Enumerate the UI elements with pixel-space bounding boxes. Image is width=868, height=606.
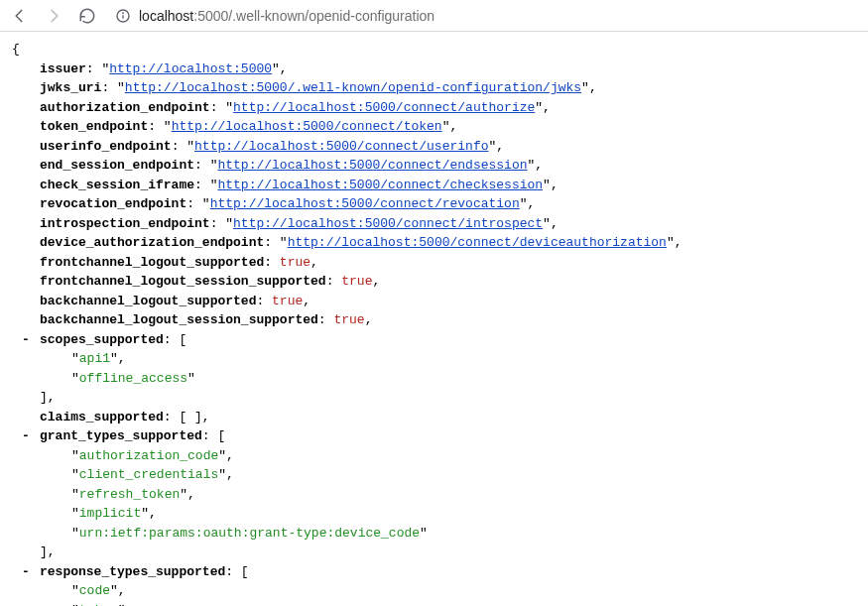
back-button[interactable] xyxy=(6,2,34,30)
forward-button[interactable] xyxy=(40,2,67,30)
fold-toggle[interactable]: - xyxy=(22,330,30,350)
json-link[interactable]: http://localhost:5000/connect/deviceauth… xyxy=(288,235,667,250)
json-key: device_authorization_endpoint xyxy=(40,235,264,250)
json-key: revocation_endpoint xyxy=(40,196,186,211)
json-bool: true xyxy=(272,294,303,308)
json-string: offline_access xyxy=(79,371,187,386)
json-string: api1 xyxy=(79,351,110,366)
url-host: localhost xyxy=(139,8,193,24)
json-row-jwks-uri: jwks_uri: "http://localhost:5000/.well-k… xyxy=(8,78,860,98)
json-string: code xyxy=(79,583,110,598)
json-link[interactable]: http://localhost:5000/connect/introspect xyxy=(233,216,543,231)
json-key: backchannel_logout_supported xyxy=(40,294,256,308)
json-string: refresh_token xyxy=(79,487,180,502)
json-array-item: "urn:ietf:params:oauth:grant-type:device… xyxy=(8,524,860,544)
json-array-close: ], xyxy=(8,543,860,562)
reload-button[interactable] xyxy=(73,2,101,30)
json-array-item: "implicit", xyxy=(8,504,860,524)
json-row-introspection-endpoint: introspection_endpoint: "http://localhos… xyxy=(8,214,860,234)
json-array-item: "token", xyxy=(8,601,860,607)
json-key: response_types_supported xyxy=(40,564,225,579)
browser-toolbar: localhost:5000/.well-known/openid-config… xyxy=(0,0,868,32)
json-string: token xyxy=(79,603,118,607)
json-link[interactable]: http://localhost:5000/connect/authorize xyxy=(233,100,535,115)
json-key: token_endpoint xyxy=(40,119,148,134)
json-link[interactable]: http://localhost:5000/connect/endsession xyxy=(217,158,527,173)
open-brace: { xyxy=(8,40,860,60)
url-path: /.well-known/openid-configuration xyxy=(228,8,434,24)
url-text: localhost:5000/.well-known/openid-config… xyxy=(139,8,434,24)
json-key: end_session_endpoint xyxy=(40,158,194,173)
json-string: authorization_code xyxy=(79,448,218,463)
json-row-issuer: issuer: "http://localhost:5000", xyxy=(8,60,860,79)
json-array-item: "refresh_token", xyxy=(8,485,860,505)
json-row-grant-types-supported: -grant_types_supported: [ xyxy=(8,426,860,446)
json-key: check_session_iframe xyxy=(40,178,194,192)
arrow-right-icon xyxy=(45,7,62,25)
json-array-close: ], xyxy=(8,388,860,408)
json-link[interactable]: http://localhost:5000/connect/revocation xyxy=(210,196,520,211)
json-string: client_credentials xyxy=(79,467,218,482)
json-link[interactable]: http://localhost:5000/connect/checksessi… xyxy=(217,178,543,192)
json-array-item: "client_credentials", xyxy=(8,465,860,485)
json-link[interactable]: http://localhost:5000/.well-known/openid… xyxy=(125,80,581,95)
json-bool: true xyxy=(280,255,310,270)
url-port: :5000 xyxy=(193,8,228,24)
json-array-item: "offline_access" xyxy=(8,369,860,389)
fold-toggle[interactable]: - xyxy=(22,562,30,582)
reload-icon xyxy=(78,7,96,25)
json-string: implicit xyxy=(79,506,141,521)
json-row-check-session-iframe: check_session_iframe: "http://localhost:… xyxy=(8,176,860,195)
fold-toggle[interactable]: - xyxy=(22,426,30,446)
json-key: issuer xyxy=(40,61,86,76)
json-link[interactable]: http://localhost:5000 xyxy=(109,61,272,76)
json-row-backchannel-logout-supported: backchannel_logout_supported: true, xyxy=(8,292,860,311)
json-row-device-authorization-endpoint: device_authorization_endpoint: "http://l… xyxy=(8,233,860,253)
json-key: jwks_uri xyxy=(40,80,101,95)
info-icon xyxy=(115,8,131,24)
json-row-scopes-supported: -scopes_supported: [ xyxy=(8,330,860,350)
json-key: claims_supported xyxy=(40,410,164,424)
json-row-frontchannel-logout-session-supported: frontchannel_logout_session_supported: t… xyxy=(8,272,860,292)
json-array-item: "authorization_code", xyxy=(8,446,860,466)
arrow-left-icon xyxy=(11,7,29,25)
json-key: introspection_endpoint xyxy=(40,216,210,231)
json-row-response-types-supported: -response_types_supported: [ xyxy=(8,562,860,582)
json-row-userinfo-endpoint: userinfo_endpoint: "http://localhost:500… xyxy=(8,137,860,157)
json-key: grant_types_supported xyxy=(40,428,202,443)
json-key: frontchannel_logout_session_supported xyxy=(40,274,326,289)
json-row-end-session-endpoint: end_session_endpoint: "http://localhost:… xyxy=(8,156,860,176)
json-array-item: "code", xyxy=(8,581,860,601)
json-row-revocation-endpoint: revocation_endpoint: "http://localhost:5… xyxy=(8,194,860,214)
json-row-backchannel-logout-session-supported: backchannel_logout_session_supported: tr… xyxy=(8,310,860,330)
json-bool: true xyxy=(333,312,364,327)
json-row-authorization-endpoint: authorization_endpoint: "http://localhos… xyxy=(8,98,860,118)
svg-point-2 xyxy=(123,13,124,14)
json-array-item: "api1", xyxy=(8,349,860,369)
json-link[interactable]: http://localhost:5000/connect/token xyxy=(172,119,442,134)
address-bar[interactable]: localhost:5000/.well-known/openid-config… xyxy=(107,3,862,29)
json-link[interactable]: http://localhost:5000/connect/userinfo xyxy=(194,139,488,154)
json-key: frontchannel_logout_supported xyxy=(40,255,264,270)
json-key: userinfo_endpoint xyxy=(40,139,172,154)
json-body: { issuer: "http://localhost:5000", jwks_… xyxy=(0,32,868,606)
json-string: urn:ietf:params:oauth:grant-type:device_… xyxy=(79,526,420,541)
json-row-token-endpoint: token_endpoint: "http://localhost:5000/c… xyxy=(8,117,860,137)
json-row-claims-supported: claims_supported: [ ], xyxy=(8,408,860,427)
json-key: scopes_supported xyxy=(40,332,164,347)
json-key: authorization_endpoint xyxy=(40,100,210,115)
json-key: backchannel_logout_session_supported xyxy=(40,312,318,327)
json-row-frontchannel-logout-supported: frontchannel_logout_supported: true, xyxy=(8,253,860,273)
json-bool: true xyxy=(341,274,372,289)
